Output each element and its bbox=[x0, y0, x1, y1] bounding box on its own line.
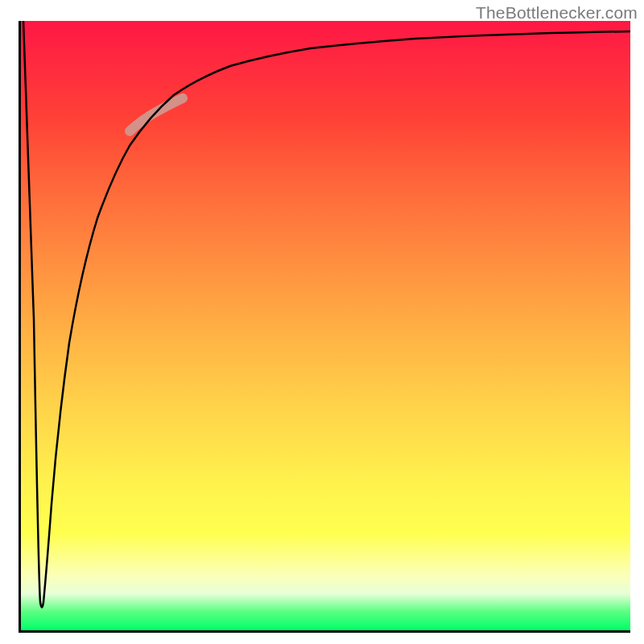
curve-svg bbox=[21, 21, 630, 630]
plot-area bbox=[21, 21, 630, 630]
highlight-segment bbox=[130, 98, 183, 131]
bottleneck-curve bbox=[23, 21, 630, 608]
watermark-text: TheBottlenecker.com bbox=[476, 3, 638, 23]
y-axis bbox=[19, 21, 21, 633]
x-axis bbox=[19, 630, 630, 633]
